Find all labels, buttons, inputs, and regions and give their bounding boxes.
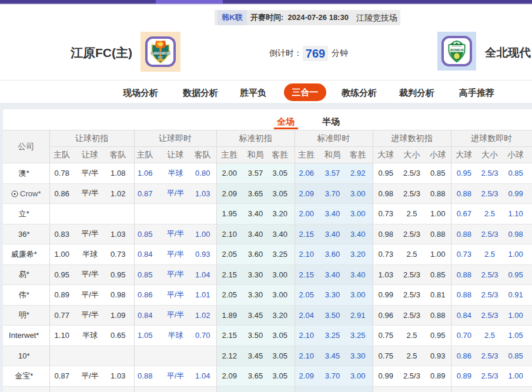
svg-text:GANGWON: GANGWON [151, 51, 170, 56]
svg-text:JEONBUK: JEONBUK [450, 48, 464, 52]
svg-text:FC: FC [158, 56, 163, 59]
